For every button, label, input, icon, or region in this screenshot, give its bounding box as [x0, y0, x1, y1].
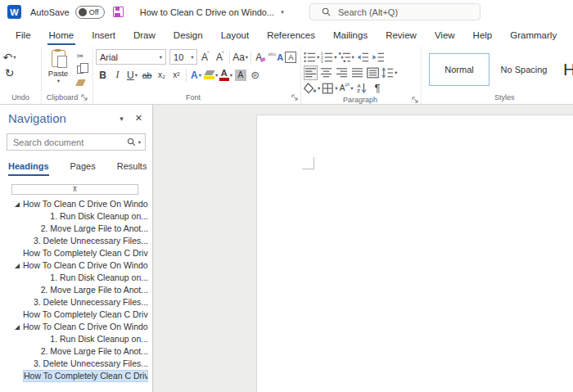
numbered-list-icon: 123 — [321, 52, 333, 63]
text-effects-button[interactable]: A ▾ — [189, 68, 203, 83]
distribute-text-button[interactable] — [366, 65, 380, 80]
text-highlight-button[interactable]: ▾ — [204, 68, 218, 83]
italic-button[interactable]: I — [111, 68, 124, 83]
superscript-button[interactable]: x² — [169, 68, 183, 83]
font-size-combobox[interactable]: 10 ▾ — [169, 49, 197, 65]
numbered-list-button[interactable]: 123 ▾ — [321, 50, 336, 65]
tab-references[interactable]: References — [258, 24, 324, 47]
heading-item[interactable]: 3. Delete Unnecessary Files... — [0, 296, 152, 309]
format-painter-button[interactable] — [74, 77, 87, 88]
change-case-button[interactable]: Aa ▾ — [232, 50, 247, 65]
heading-item[interactable]: How To Clean C Drive On Windo... — [0, 259, 152, 272]
shrink-font-button[interactable]: A ˇ — [213, 50, 227, 65]
ribbon: ↶ ▾ ↻ Undo Paste ▾ ✂ — [0, 47, 573, 105]
heading-item[interactable]: 1. Run Disk Cleanup on... — [0, 210, 152, 223]
collapse-triangle-icon[interactable] — [15, 202, 20, 207]
navigation-options-chevron-icon[interactable]: ▾ — [120, 115, 124, 123]
heading-item[interactable]: How To Clean C Drive On Windo... — [0, 321, 152, 333]
clear-formatting-button[interactable]: A — [254, 50, 268, 65]
borders-button[interactable]: ▾ — [322, 81, 337, 96]
bullet-list-button[interactable]: ▾ — [304, 50, 319, 65]
font-group-label: Font — [186, 93, 201, 101]
asian-layout-button[interactable]: A ⇄ ▾ — [340, 81, 354, 96]
tab-insert[interactable]: Insert — [83, 24, 124, 47]
tab-mailings[interactable]: Mailings — [324, 24, 377, 47]
font-name-combobox[interactable]: Arial ▾ — [96, 49, 166, 65]
autosave-toggle[interactable]: Off — [75, 6, 105, 19]
tab-layout[interactable]: Layout — [212, 24, 259, 47]
collapse-triangle-icon[interactable] — [15, 264, 20, 268]
character-shading-button[interactable]: A — [233, 68, 247, 83]
style-heading1[interactable]: He — [563, 60, 573, 79]
undo-button[interactable]: ↶ ▾ — [2, 50, 16, 65]
heading-item[interactable]: How To Completely Clean C Driv... — [0, 309, 152, 321]
tab-home[interactable]: Home — [40, 24, 83, 47]
subscript-button[interactable]: x₂ — [155, 68, 169, 83]
distribute-text-icon — [367, 67, 379, 79]
heading-item[interactable]: 2. Move Large File to Anot... — [0, 223, 152, 235]
nav-tab-results[interactable]: Results — [117, 161, 147, 176]
navigation-search-box[interactable]: ▾ — [7, 133, 146, 151]
document-page[interactable] — [256, 115, 573, 392]
navigation-jump-box[interactable]: ⊼ — [11, 184, 138, 195]
tab-help[interactable]: Help — [464, 24, 502, 47]
character-border-button[interactable]: A — [284, 50, 298, 65]
word-app-icon[interactable]: W — [7, 5, 21, 19]
enclose-characters-button[interactable]: ⊜ — [248, 68, 262, 83]
show-formatting-marks-button[interactable]: ¶ — [371, 81, 385, 96]
font-color-button[interactable]: A ▾ — [219, 68, 232, 83]
align-center-button[interactable] — [319, 65, 333, 80]
tab-file[interactable]: File — [7, 24, 40, 47]
heading-item[interactable]: 2. Move Large File to Anot... — [0, 345, 152, 358]
increase-indent-icon — [372, 52, 385, 63]
line-spacing-button[interactable]: ▾ — [381, 65, 397, 80]
heading-item[interactable]: 2. Move Large File to Anot... — [0, 284, 152, 296]
heading-item[interactable]: How To Completely Clean C Driv... — [0, 247, 152, 259]
clipboard-dialog-launcher[interactable] — [81, 94, 88, 101]
justify-button[interactable] — [350, 65, 364, 80]
multilevel-list-button[interactable]: ▾ — [339, 50, 354, 65]
heading-item[interactable]: How To Clean C Drive On Windo... — [0, 198, 152, 210]
copy-button[interactable] — [74, 64, 87, 74]
align-right-button[interactable] — [335, 65, 349, 80]
heading-item[interactable]: 1. Run Disk Cleanup on... — [0, 272, 152, 284]
font-size-value: 10 — [174, 52, 183, 62]
bold-button[interactable]: B — [96, 68, 110, 83]
save-icon[interactable] — [113, 7, 124, 17]
font-dialog-launcher[interactable] — [291, 94, 298, 101]
cut-button[interactable]: ✂ — [74, 51, 87, 61]
divider — [250, 51, 251, 64]
document-title[interactable]: How to Clean C Drive on Windo... ▾ — [140, 7, 284, 17]
collapse-triangle-icon[interactable] — [15, 325, 20, 330]
heading-item[interactable]: 1. Run Disk Cleanup on... — [0, 333, 152, 345]
ribbon-group-clipboard: Paste ▾ ✂ Clipboard — [41, 47, 92, 104]
search-box[interactable]: Search (Alt+Q) — [309, 3, 481, 20]
nav-tab-pages[interactable]: Pages — [70, 161, 96, 176]
tab-view[interactable]: View — [426, 24, 464, 47]
tab-draw[interactable]: Draw — [124, 24, 165, 47]
tab-grammarly[interactable]: Grammarly — [501, 24, 566, 47]
heading-item[interactable]: 3. Delete Unnecessary Files... — [0, 358, 152, 370]
paste-button[interactable]: Paste ▾ — [44, 49, 72, 88]
shading-button[interactable]: ▾ — [304, 81, 320, 96]
increase-indent-button[interactable] — [372, 50, 386, 65]
tab-design[interactable]: Design — [165, 24, 212, 47]
style-no-spacing[interactable]: No Spacing — [494, 53, 554, 86]
paragraph-dialog-launcher[interactable] — [412, 97, 418, 103]
nav-tab-headings[interactable]: Headings — [8, 161, 49, 176]
heading-item-selected[interactable]: How To Completely Clean C Driv... — [0, 370, 152, 382]
navigation-search-button[interactable]: ▾ — [127, 137, 141, 146]
navigation-search-input[interactable] — [11, 137, 127, 148]
navigation-close-icon[interactable]: ✕ — [135, 113, 142, 124]
strikethrough-button[interactable]: ab — [140, 68, 154, 83]
heading-item[interactable]: 3. Delete Unnecessary Files... — [0, 235, 152, 247]
underline-button[interactable]: U ▾ — [125, 68, 139, 83]
style-normal[interactable]: Normal — [429, 53, 490, 86]
sort-button[interactable]: A Z — [355, 81, 369, 96]
decrease-indent-button[interactable] — [356, 50, 370, 65]
align-left-button[interactable] — [304, 65, 318, 80]
grow-font-button[interactable]: A ˆ — [198, 50, 212, 65]
tab-review[interactable]: Review — [377, 24, 426, 47]
phonetic-guide-button[interactable]: abc A — [268, 50, 283, 65]
redo-button[interactable]: ↻ — [2, 65, 16, 80]
